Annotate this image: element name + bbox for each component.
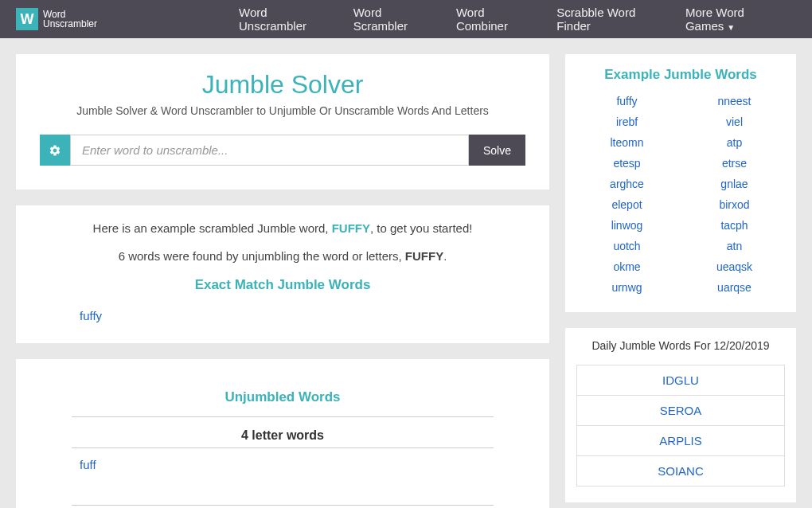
example-word[interactable]: etrse	[684, 154, 785, 172]
chevron-down-icon: ▼	[727, 23, 735, 32]
example-word[interactable]: elepot	[576, 196, 677, 213]
example-word[interactable]: linwog	[576, 217, 677, 234]
example-word[interactable]: fuffy	[576, 92, 677, 110]
navbar: W Word Unscrambler Word UnscramblerWord …	[0, 0, 812, 38]
example-word[interactable]: nneest	[684, 92, 785, 110]
example-word[interactable]: urnwg	[576, 279, 677, 296]
daily-word[interactable]: SOIANC	[577, 456, 784, 486]
unjumbled-panel: Unjumbled Words 4 letter wordsfuff2 lett…	[16, 359, 549, 508]
nav-items: Word UnscramblerWord ScramblerWord Combi…	[224, 0, 796, 44]
brand-text: Word Unscrambler	[43, 10, 97, 29]
nav-item-3[interactable]: Scrabble Word Finder	[542, 0, 671, 44]
nav-item-2[interactable]: Word Combiner	[442, 0, 542, 44]
example-word[interactable]: irebf	[576, 113, 677, 131]
divider	[72, 416, 494, 417]
gear-icon	[49, 144, 61, 157]
intro-line: Here is an example scrambled Jumble word…	[40, 221, 525, 235]
example-word[interactable]: ueaqsk	[684, 258, 785, 275]
example-word[interactable]: tacph	[684, 217, 785, 234]
brand-logo[interactable]: W Word Unscrambler	[16, 8, 97, 30]
daily-title: Daily Jumble Words For 12/20/2019	[576, 336, 785, 355]
divider	[72, 447, 494, 448]
count-line: 6 words were found by unjumbling the wor…	[40, 249, 525, 263]
daily-word[interactable]: SEROA	[577, 396, 784, 426]
example-word[interactable]: atn	[684, 237, 785, 255]
examples-title: Example Jumble Words	[576, 67, 785, 83]
example-word[interactable]: okme	[576, 258, 677, 275]
page-title: Jumble Solver	[40, 70, 525, 100]
hero-panel: Jumble Solver Jumble Solver & Word Unscr…	[16, 54, 549, 190]
word-group-title: 4 letter words	[40, 428, 525, 443]
example-word[interactable]: atp	[684, 134, 785, 151]
results-panel: Here is an example scrambled Jumble word…	[16, 205, 549, 343]
search-row: Solve	[40, 135, 525, 166]
daily-panel: Daily Jumble Words For 12/20/2019 IDGLUS…	[565, 328, 796, 502]
unscramble-input[interactable]	[70, 135, 469, 166]
daily-list: IDGLUSEROAARPLISSOIANC	[576, 365, 785, 487]
word-link[interactable]: fuff	[40, 453, 525, 476]
example-word[interactable]: birxod	[684, 196, 785, 213]
daily-word[interactable]: ARPLIS	[577, 426, 784, 456]
word-link[interactable]: fuffy	[40, 304, 525, 327]
daily-word[interactable]: IDGLU	[577, 365, 784, 396]
examples-panel: Example Jumble Words fuffynneestirebfvie…	[565, 54, 796, 312]
page-subtitle: Jumble Solver & Word Unscrambler to Unju…	[40, 104, 525, 117]
example-word[interactable]: gnlae	[684, 175, 785, 193]
exact-match-title: Exact Match Jumble Words	[40, 277, 525, 293]
nav-item-1[interactable]: Word Scrambler	[339, 0, 442, 44]
logo-icon: W	[16, 8, 38, 30]
nav-item-4[interactable]: More Word Games▼	[671, 0, 796, 44]
example-word[interactable]: uotch	[576, 237, 677, 255]
example-word[interactable]: etesp	[576, 154, 677, 172]
examples-grid: fuffynneestirebfviellteomnatpetespetrsea…	[576, 92, 785, 296]
example-word[interactable]: viel	[684, 113, 785, 131]
divider	[72, 505, 494, 506]
example-word[interactable]: uarqse	[684, 279, 785, 296]
example-word[interactable]: arghce	[576, 175, 677, 193]
nav-item-0[interactable]: Word Unscrambler	[224, 0, 339, 44]
settings-button[interactable]	[40, 135, 70, 166]
solve-button[interactable]: Solve	[469, 135, 525, 166]
unjumbled-title: Unjumbled Words	[40, 389, 525, 405]
example-word[interactable]: lteomn	[576, 134, 677, 151]
